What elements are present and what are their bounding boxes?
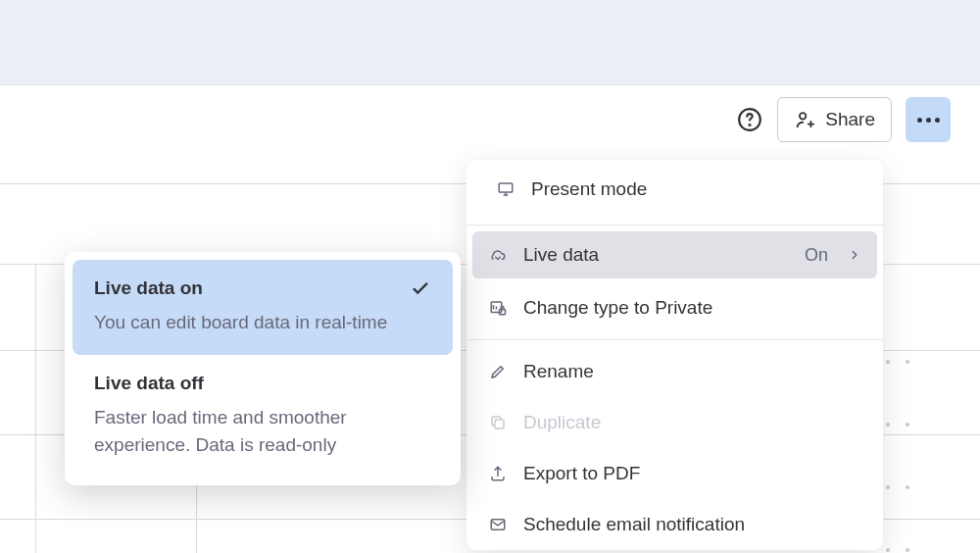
menu-item-rename[interactable]: Rename: [466, 346, 883, 397]
menu-item-schedule-email[interactable]: Schedule email notification: [466, 499, 883, 550]
svg-rect-3: [499, 183, 513, 192]
menu-item-status: On: [805, 245, 828, 266]
dot-icon: [917, 118, 922, 123]
dot-icon: [935, 118, 940, 123]
presentation-icon: [496, 179, 515, 199]
topbar: Share: [0, 85, 980, 154]
export-icon: [488, 464, 508, 483]
menu-item-label: Present mode: [531, 178, 854, 200]
board-lock-icon: [488, 298, 508, 318]
submenu-option-title: Live data on: [94, 277, 203, 299]
menu-item-label: Live data: [523, 244, 789, 266]
person-plus-icon: [794, 109, 815, 130]
cloud-sync-icon: [488, 245, 508, 265]
submenu-option-on[interactable]: Live data on You can edit board data in …: [73, 260, 453, 355]
menu-item-change-type[interactable]: Change type to Private: [466, 282, 883, 333]
pencil-icon: [488, 362, 508, 381]
menu-item-duplicate: Duplicate: [466, 397, 883, 448]
share-button[interactable]: Share: [777, 97, 892, 142]
svg-point-2: [800, 113, 806, 119]
menu-item-label: Rename: [523, 361, 861, 382]
more-options-button[interactable]: [906, 97, 951, 142]
more-options-menu: Present mode Live data On Change type to…: [466, 160, 883, 550]
copy-icon: [488, 413, 508, 432]
menu-item-label: Schedule email notification: [523, 514, 861, 535]
submenu-option-desc: You can edit board data in real-time: [94, 309, 388, 337]
submenu-option-desc: Faster load time and smoother experience…: [94, 404, 388, 460]
menu-item-label: Export to PDF: [523, 463, 861, 484]
help-button[interactable]: [736, 106, 763, 133]
dot-icon: [926, 118, 931, 123]
menu-divider: [466, 339, 883, 340]
live-data-submenu: Live data on You can edit board data in …: [65, 252, 461, 485]
menu-item-live-data[interactable]: Live data On: [472, 231, 877, 278]
share-label: Share: [825, 109, 875, 130]
mail-icon: [488, 515, 508, 534]
menu-item-present-mode[interactable]: Present mode: [466, 160, 883, 219]
svg-point-1: [750, 125, 751, 126]
menu-item-label: Change type to Private: [523, 297, 861, 319]
check-icon: [410, 277, 431, 299]
submenu-option-off[interactable]: Live data off Faster load time and smoot…: [73, 355, 453, 478]
help-icon: [737, 107, 762, 132]
submenu-option-title: Live data off: [94, 373, 204, 394]
svg-rect-6: [495, 420, 504, 428]
menu-item-export-pdf[interactable]: Export to PDF: [466, 448, 883, 499]
menu-divider: [466, 225, 883, 226]
chevron-right-icon: [848, 248, 861, 262]
menu-item-label: Duplicate: [523, 412, 861, 433]
